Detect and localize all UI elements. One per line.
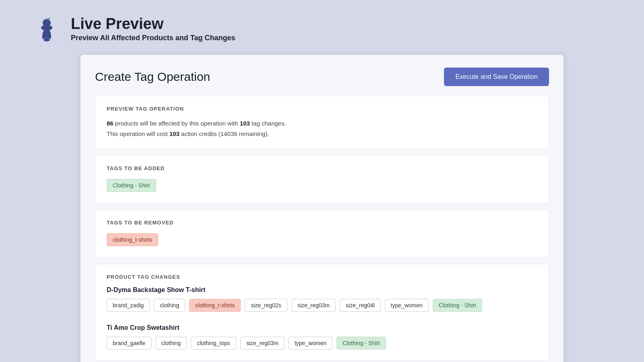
preview-section-heading: PREVIEW TAG OPERATION bbox=[107, 106, 537, 112]
execute-save-button[interactable]: Execute and Save Operation bbox=[444, 68, 549, 86]
tag-clothing-tshirts-1: clothing_t-shirts bbox=[189, 299, 241, 312]
cost-text: This operation will cost 103 action cred… bbox=[107, 129, 537, 139]
header-text: Live Preview Preview All Affected Produc… bbox=[71, 16, 235, 43]
page-header: Create Tag Operation Execute and Save Op… bbox=[95, 68, 549, 86]
products-count: 86 bbox=[107, 120, 114, 127]
page-title: Create Tag Operation bbox=[95, 70, 210, 84]
tag-size-reg03m-1: size_reg03m bbox=[291, 299, 336, 312]
app-title: Live Preview bbox=[71, 16, 235, 33]
product-tag-changes-section: PRODUCT TAG CHANGES D-Dyma Backstage Sho… bbox=[95, 264, 549, 361]
tags-to-remove-list: clothing_t-shirts bbox=[107, 232, 537, 247]
tags-to-remove-section: TAGS TO BE REMOVED clothing_t-shirts bbox=[95, 210, 549, 257]
product-name-2: Ti Amo Crop Swetashirt bbox=[107, 324, 537, 331]
tag-size-reg03m-2: size_reg03m bbox=[240, 337, 285, 350]
tag-add-clothing-shirt: Clothing - Shirt bbox=[107, 179, 156, 192]
tag-size-reg04l: size_reg04l bbox=[340, 299, 381, 312]
tag-type-women-2: type_women bbox=[289, 337, 332, 350]
tags-to-add-section: TAGS TO BE ADDED Clothing - Shirt bbox=[95, 155, 549, 203]
product-changes-heading: PRODUCT TAG CHANGES bbox=[107, 274, 537, 280]
product-name-1: D-Dyma Backstage Show T-shirt bbox=[107, 286, 537, 294]
product-item-2: Ti Amo Crop Swetashirt brand_gaelle clot… bbox=[107, 324, 537, 351]
svg-point-2 bbox=[43, 38, 50, 41]
product-item-1: D-Dyma Backstage Show T-shirt brand_zadi… bbox=[107, 286, 537, 313]
affected-products-text: 86 products will be affected by this ope… bbox=[107, 118, 537, 129]
tag-clothing-shirt-1: Clothing - Shirt bbox=[433, 299, 482, 312]
tag-clothing-1: clothing bbox=[154, 299, 185, 312]
tag-changes-count: 103 bbox=[240, 120, 250, 127]
tag-clothing-shirt-2: Clothing - Shirt bbox=[336, 337, 386, 350]
tags-to-add-heading: TAGS TO BE ADDED bbox=[107, 165, 537, 171]
tag-size-reg02s: size_reg02s bbox=[245, 299, 287, 312]
tag-remove-clothing-tshirts: clothing_t-shirts bbox=[107, 233, 158, 246]
product-tags-1: brand_zadig clothing clothing_t-shirts s… bbox=[107, 298, 537, 313]
tag-clothing-2: clothing bbox=[155, 337, 187, 350]
tags-to-add-list: Clothing - Shirt bbox=[107, 178, 537, 193]
main-container: Create Tag Operation Execute and Save Op… bbox=[80, 55, 564, 362]
tag-type-women-1: type_women bbox=[385, 299, 429, 312]
cost-count: 103 bbox=[169, 130, 180, 137]
header: Live Preview Preview All Affected Produc… bbox=[0, 0, 644, 55]
svg-point-1 bbox=[41, 25, 52, 31]
tag-clothing-tops: clothing_tops bbox=[191, 337, 236, 350]
product-tags-2: brand_gaelle clothing clothing_tops size… bbox=[107, 335, 537, 351]
tags-to-remove-heading: TAGS TO BE REMOVED bbox=[107, 220, 537, 226]
app-subtitle: Preview All Affected Products and Tag Ch… bbox=[71, 34, 235, 42]
app-logo bbox=[32, 14, 61, 43]
tag-brand-zadig: brand_zadig bbox=[107, 299, 150, 312]
preview-section: PREVIEW TAG OPERATION 86 products will b… bbox=[95, 96, 549, 149]
tag-brand-gaelle: brand_gaelle bbox=[107, 337, 151, 350]
